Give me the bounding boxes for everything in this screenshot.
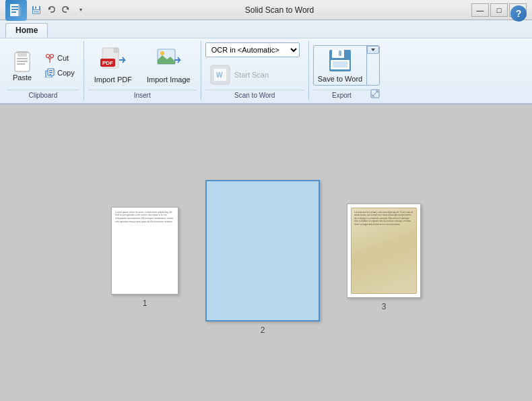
svg-marker-41 bbox=[371, 49, 375, 51]
copy-icon bbox=[45, 68, 55, 78]
expand-icon[interactable] bbox=[370, 89, 380, 98]
svg-rect-1 bbox=[11, 6, 18, 7]
paste-label: Paste bbox=[13, 73, 32, 82]
page-number-3: 3 bbox=[382, 302, 387, 311]
scissors-icon bbox=[45, 53, 55, 63]
page-thumb-1[interactable]: Lorem ipsum dolor sit amet, consectetur … bbox=[111, 207, 178, 295]
svg-rect-38 bbox=[339, 51, 341, 56]
copy-button[interactable]: Copy bbox=[40, 66, 79, 80]
paste-icon bbox=[10, 49, 34, 73]
svg-rect-26 bbox=[49, 74, 51, 75]
help-button[interactable]: ? bbox=[510, 5, 527, 22]
page-number-2: 2 bbox=[261, 326, 265, 335]
scan-label: Scan to Word bbox=[205, 90, 304, 100]
qa-dropdown-button[interactable]: ▾ bbox=[74, 3, 88, 17]
ocr-dropdown[interactable]: OCR in <Automatic> bbox=[206, 45, 299, 55]
svg-point-32 bbox=[160, 51, 164, 55]
copy-label: Copy bbox=[57, 69, 75, 77]
svg-text:PDF: PDF bbox=[102, 60, 113, 66]
page-number-1: 1 bbox=[143, 299, 147, 308]
import-image-icon bbox=[155, 47, 182, 74]
page-1-content: Lorem ipsum dolor sit amet, consectetur … bbox=[112, 208, 178, 228]
tab-home[interactable]: Home bbox=[5, 23, 48, 38]
svg-rect-8 bbox=[34, 11, 39, 13]
qa-undo-button[interactable] bbox=[44, 3, 58, 17]
start-scan-icon: W bbox=[209, 63, 232, 86]
save-word-label: Save to Word bbox=[318, 75, 362, 83]
cut-label: Cut bbox=[57, 54, 69, 62]
svg-rect-16 bbox=[17, 63, 25, 65]
minimize-button[interactable]: — bbox=[471, 3, 489, 17]
page-thumb-2[interactable] bbox=[205, 180, 320, 321]
qa-redo-button[interactable] bbox=[59, 3, 73, 17]
page-thumb-3[interactable]: Lorem ipsum dolor sit amet, consectetur … bbox=[347, 204, 421, 298]
export-group-content: Save to Word bbox=[313, 42, 380, 88]
svg-rect-14 bbox=[17, 58, 28, 59]
svg-rect-2 bbox=[11, 9, 18, 10]
titlebar: ▾ Solid Scan to Word — □ ✕ bbox=[0, 0, 532, 20]
svg-text:W: W bbox=[216, 71, 223, 79]
app-icon bbox=[5, 0, 27, 21]
scan-group-content: OCR in <Automatic> W Start Scan bbox=[205, 42, 304, 88]
start-scan-button[interactable]: W Start Scan bbox=[205, 61, 272, 88]
export-label: Export bbox=[313, 90, 370, 100]
chevron-down-icon bbox=[370, 47, 376, 53]
start-scan-label: Start Scan bbox=[234, 71, 269, 79]
paste-button[interactable]: Paste bbox=[7, 47, 38, 84]
svg-point-17 bbox=[46, 55, 50, 58]
svg-rect-15 bbox=[17, 61, 28, 62]
svg-rect-13 bbox=[18, 53, 27, 57]
ribbon-group-clipboard: Paste Cut bbox=[3, 41, 84, 100]
ribbon-tabs: Home bbox=[0, 20, 532, 38]
svg-rect-25 bbox=[49, 72, 53, 73]
import-image-button[interactable]: Import Image bbox=[141, 44, 197, 86]
ribbon: Home Past bbox=[0, 20, 532, 104]
ribbon-group-insert: PDF Import PDF bbox=[84, 41, 201, 100]
svg-rect-6 bbox=[35, 6, 36, 9]
clipboard-group-content: Paste Cut bbox=[7, 42, 79, 88]
clipboard-label: Clipboard bbox=[7, 90, 79, 100]
page-3-content: Lorem ipsum dolor sit amet, consectetur … bbox=[354, 211, 413, 226]
qa-save-button[interactable] bbox=[30, 3, 43, 17]
titlebar-title: Solid Scan to Word bbox=[88, 5, 471, 15]
cut-copy-group: Cut Copy bbox=[40, 51, 79, 80]
page-container-3: Lorem ipsum dolor sit amet, consectetur … bbox=[347, 204, 421, 311]
svg-rect-40 bbox=[333, 61, 347, 67]
insert-label: Insert bbox=[88, 90, 197, 100]
import-pdf-icon: PDF bbox=[100, 47, 127, 74]
maximize-button[interactable]: □ bbox=[490, 3, 508, 17]
ribbon-group-export: Save to Word Export bbox=[309, 41, 384, 100]
import-pdf-button[interactable]: PDF Import PDF bbox=[88, 44, 138, 86]
cut-button[interactable]: Cut bbox=[40, 51, 79, 65]
import-pdf-label: Import PDF bbox=[94, 75, 132, 84]
svg-rect-3 bbox=[11, 11, 16, 13]
import-image-label: Import Image bbox=[147, 75, 191, 84]
quick-access-toolbar: ▾ bbox=[30, 3, 88, 17]
svg-rect-24 bbox=[49, 70, 53, 71]
ribbon-group-scan: OCR in <Automatic> W Start Scan Scan bbox=[201, 41, 309, 100]
titlebar-left: ▾ bbox=[5, 0, 88, 21]
svg-rect-28 bbox=[114, 48, 119, 53]
ribbon-content: Paste Cut bbox=[0, 38, 532, 103]
main-canvas: Lorem ipsum dolor sit amet, consectetur … bbox=[0, 104, 532, 401]
page-container-2: 2 bbox=[205, 180, 320, 335]
export-dropdown-button[interactable] bbox=[367, 46, 379, 54]
page-container-1: Lorem ipsum dolor sit amet, consectetur … bbox=[111, 207, 178, 308]
svg-rect-37 bbox=[332, 50, 344, 58]
insert-group-content: PDF Import PDF bbox=[88, 42, 197, 88]
save-word-icon bbox=[327, 48, 353, 73]
svg-point-18 bbox=[51, 55, 54, 58]
save-to-word-button[interactable]: Save to Word bbox=[314, 46, 367, 85]
